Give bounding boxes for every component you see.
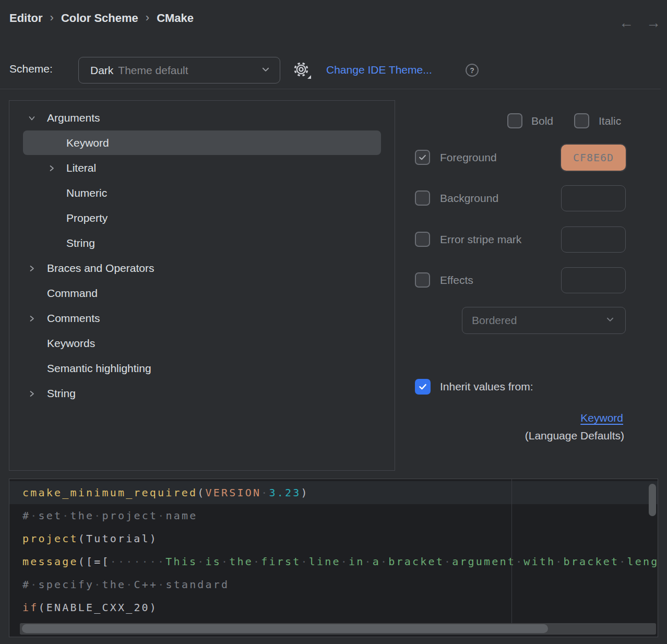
- breadcrumb-item-editor[interactable]: Editor: [9, 11, 43, 25]
- chevron-right-icon[interactable]: [28, 389, 36, 398]
- token-str: bracket: [564, 555, 620, 568]
- gear-icon[interactable]: [293, 62, 310, 78]
- label-background: Background: [440, 192, 498, 205]
- tree-item-keywords[interactable]: Keywords: [9, 331, 395, 356]
- chevron-right-icon[interactable]: [28, 314, 36, 323]
- checkbox-effects[interactable]: [415, 272, 430, 288]
- token-par: (ENABLE_CXX_20): [38, 601, 158, 614]
- chevron-right-icon: ›: [50, 11, 54, 25]
- token-ws: ·: [221, 555, 229, 568]
- token-com: #: [22, 578, 30, 591]
- inherit-source-link[interactable]: Keyword: [580, 412, 623, 424]
- checkbox-error-stripe-mark[interactable]: [415, 232, 430, 247]
- token-str: argument: [452, 555, 516, 568]
- code-line: #·specify·the·C++·standard: [9, 573, 658, 596]
- token-ws: ·: [197, 555, 205, 568]
- scheme-select[interactable]: Dark Theme default: [78, 57, 280, 84]
- code-line: if(ENABLE_CXX_20): [9, 596, 658, 619]
- checkbox-background[interactable]: [415, 190, 430, 206]
- tree-item-arguments[interactable]: Arguments: [9, 105, 395, 130]
- token-ws: ·: [253, 555, 261, 568]
- token-ws: ·: [619, 555, 627, 568]
- chevron-placeholder: [28, 289, 36, 297]
- tree-item-label: Keyword: [66, 137, 109, 149]
- token-ws: ·: [30, 509, 38, 522]
- tree-item-label: Property: [66, 212, 108, 224]
- token-com: standard: [165, 578, 229, 591]
- effects-type-select[interactable]: Bordered: [462, 307, 626, 334]
- color-swatch-effects[interactable]: [561, 267, 626, 293]
- breadcrumb-item-cmake[interactable]: CMake: [157, 11, 194, 25]
- color-swatch-error-stripe-mark[interactable]: [561, 226, 626, 253]
- tree-item-command[interactable]: Command: [9, 281, 395, 306]
- forward-arrow-icon[interactable]: →: [646, 16, 661, 30]
- label-italic: Italic: [599, 115, 621, 127]
- check-icon: [420, 385, 425, 389]
- token-ws: ·: [62, 509, 70, 522]
- scheme-label: Scheme:: [9, 63, 53, 75]
- language-defaults-note: (Language Defaults): [525, 430, 624, 442]
- tree-item-label: Comments: [47, 312, 100, 325]
- check-icon: [420, 156, 425, 159]
- chevron-down-icon[interactable]: [28, 114, 36, 122]
- tree-item-label: Braces and Operators: [47, 262, 154, 275]
- color-swatch-foreground[interactable]: CF8E6D: [561, 145, 626, 171]
- horizontal-scrollbar-thumb[interactable]: [22, 624, 548, 633]
- token-str: a: [373, 555, 380, 568]
- tree-item-semantic-highlighting[interactable]: Semantic highlighting: [9, 356, 395, 381]
- token-ws: ·: [261, 486, 269, 499]
- token-str: the: [229, 555, 253, 568]
- help-icon[interactable]: ?: [466, 64, 479, 77]
- chevron-right-icon: ›: [146, 11, 149, 25]
- change-ide-theme-link[interactable]: Change IDE Theme...: [326, 64, 432, 76]
- token-str: with: [523, 555, 555, 568]
- token-com: the: [102, 578, 126, 591]
- chevron-placeholder: [47, 139, 56, 147]
- back-arrow-icon[interactable]: ←: [619, 16, 634, 30]
- token-ws: ·: [158, 509, 165, 522]
- horizontal-scrollbar-track[interactable]: [20, 623, 656, 635]
- tree-item-literal[interactable]: Literal: [9, 156, 395, 181]
- token-ws: ·: [94, 578, 102, 591]
- token-ws: ·: [444, 555, 452, 568]
- token-str: This: [165, 555, 197, 568]
- token-str: line: [309, 555, 341, 568]
- inherit-values-checkbox[interactable]: [415, 379, 431, 395]
- tree-item-label: Arguments: [47, 112, 100, 124]
- token-ws: ·: [516, 555, 523, 568]
- checkbox-italic[interactable]: [574, 113, 589, 128]
- token-com: name: [165, 509, 197, 522]
- color-swatch-background[interactable]: [561, 185, 626, 211]
- tree-item-numeric[interactable]: Numeric: [9, 181, 395, 206]
- checkbox-bold[interactable]: [507, 113, 522, 128]
- token-cmd: project: [22, 532, 78, 545]
- editor-preview[interactable]: cmake_minimum_required(VERSION·3.23)#·se…: [9, 479, 658, 637]
- checkbox-foreground[interactable]: [415, 150, 430, 165]
- code-line: project(Tutorial): [9, 527, 658, 550]
- token-ws: ·: [364, 555, 372, 568]
- scheme-value-secondary: Theme default: [118, 64, 261, 77]
- token-com: #: [22, 509, 30, 522]
- breadcrumb-item-color-scheme[interactable]: Color Scheme: [61, 11, 138, 25]
- chevron-placeholder: [47, 189, 56, 197]
- tree-item-keyword[interactable]: Keyword: [9, 130, 395, 156]
- tree-item-string[interactable]: String: [9, 381, 395, 406]
- token-ws: ·: [380, 555, 388, 568]
- tree-item-comments[interactable]: Comments: [9, 306, 395, 331]
- token-par: (Tutorial): [78, 532, 158, 545]
- tree-item-property[interactable]: Property: [9, 206, 395, 231]
- tree-item-string[interactable]: String: [9, 231, 395, 256]
- token-str: is: [206, 555, 221, 568]
- token-par: (: [197, 486, 205, 499]
- code-line: cmake_minimum_required(VERSION·3.23): [9, 481, 658, 504]
- tree-item-label: String: [66, 237, 95, 249]
- chevron-right-icon[interactable]: [47, 164, 56, 172]
- code-lines: cmake_minimum_required(VERSION·3.23)#·se…: [9, 481, 658, 619]
- token-ws: ·: [301, 555, 309, 568]
- token-com: project: [102, 509, 158, 522]
- token-str: first: [261, 555, 301, 568]
- chevron-right-icon[interactable]: [28, 264, 36, 272]
- vertical-scrollbar[interactable]: [649, 484, 656, 516]
- tree-item-braces-and-operators[interactable]: Braces and Operators: [9, 256, 395, 281]
- tree-item-label: Semantic highlighting: [47, 362, 151, 375]
